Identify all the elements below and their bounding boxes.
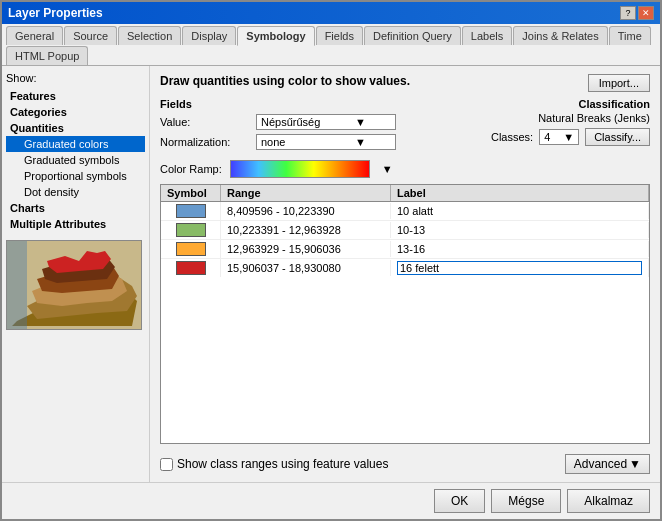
show-class-ranges-checkbox[interactable] [160, 458, 173, 471]
layer-properties-window: Layer Properties ? ✕ GeneralSourceSelect… [0, 0, 662, 521]
td-label[interactable]: 10 alatt [391, 203, 649, 219]
color-swatch [176, 261, 206, 275]
close-button[interactable]: ✕ [638, 6, 654, 20]
th-symbol: Symbol [161, 185, 221, 201]
table-row: 10,223391 - 12,96392810-13 [161, 221, 649, 240]
description-text: Draw quantities using color to show valu… [160, 74, 410, 88]
table-row: 15,906037 - 18,930080 [161, 259, 649, 277]
symbol-table: Symbol Range Label 8,409596 - 10,2233901… [160, 184, 650, 444]
fields-group: Fields Value: Népsűrűség ▼ Normalization… [160, 98, 471, 154]
classify-button[interactable]: Classify... [585, 128, 650, 146]
cancel-button[interactable]: Mégse [491, 489, 561, 513]
color-ramp-arrow-icon[interactable]: ▼ [382, 163, 393, 175]
bottom-row: Show class ranges using feature values A… [160, 454, 650, 474]
td-symbol[interactable] [161, 240, 221, 258]
import-button[interactable]: Import... [588, 74, 650, 92]
left-item-features[interactable]: Features [6, 88, 145, 104]
label-input[interactable] [397, 261, 642, 275]
left-item-charts[interactable]: Charts [6, 200, 145, 216]
value-label: Value: [160, 116, 250, 128]
left-panel: Show: FeaturesCategoriesQuantitiesGradua… [2, 66, 150, 482]
table-header: Symbol Range Label [161, 185, 649, 202]
classification-group: Classification Natural Breaks (Jenks) Cl… [491, 98, 650, 154]
footer: OK Mégse Alkalmaz [2, 482, 660, 519]
classes-row: Classes: 4 ▼ Classify... [491, 128, 650, 146]
td-symbol[interactable] [161, 221, 221, 239]
color-swatch [176, 223, 206, 237]
normalization-arrow-icon: ▼ [355, 136, 445, 148]
left-item-categories[interactable]: Categories [6, 104, 145, 120]
classes-label: Classes: [491, 131, 533, 143]
left-item-proportional-symbols[interactable]: Proportional symbols [6, 168, 145, 184]
td-symbol[interactable] [161, 202, 221, 220]
tab-fields[interactable]: Fields [316, 26, 363, 45]
fields-label: Fields [160, 98, 471, 110]
fields-section: Fields Value: Népsűrűség ▼ Normalization… [160, 98, 650, 154]
th-label: Label [391, 185, 649, 201]
color-swatch [176, 204, 206, 218]
tab-symbology[interactable]: Symbology [237, 26, 314, 46]
value-row: Value: Népsűrűség ▼ [160, 114, 471, 130]
classes-select[interactable]: 4 ▼ [539, 129, 579, 145]
apply-button[interactable]: Alkalmaz [567, 489, 650, 513]
titlebar-buttons: ? ✕ [620, 6, 654, 20]
window-title: Layer Properties [8, 6, 103, 20]
left-item-multiple-attributes[interactable]: Multiple Attributes [6, 216, 145, 232]
left-item-dot-density[interactable]: Dot density [6, 184, 145, 200]
tab-selection[interactable]: Selection [118, 26, 181, 45]
td-range: 12,963929 - 15,906036 [221, 241, 391, 257]
color-ramp-label: Color Ramp: [160, 163, 222, 175]
tab-general[interactable]: General [6, 26, 63, 45]
left-items: FeaturesCategoriesQuantitiesGraduated co… [6, 88, 145, 232]
tab-source[interactable]: Source [64, 26, 117, 45]
value-select[interactable]: Népsűrűség ▼ [256, 114, 396, 130]
tabs-row: GeneralSourceSelectionDisplaySymbologyFi… [2, 24, 660, 66]
checkbox-row: Show class ranges using feature values [160, 457, 388, 471]
td-label[interactable]: 10-13 [391, 222, 649, 238]
normalization-row: Normalization: none ▼ [160, 134, 471, 150]
normalization-select[interactable]: none ▼ [256, 134, 396, 150]
titlebar: Layer Properties ? ✕ [2, 2, 660, 24]
left-item-graduated-colors[interactable]: Graduated colors [6, 136, 145, 152]
color-ramp[interactable] [230, 160, 370, 178]
show-label: Show: [6, 72, 145, 84]
right-panel: Draw quantities using color to show valu… [150, 66, 660, 482]
tab-display[interactable]: Display [182, 26, 236, 45]
color-swatch [176, 242, 206, 256]
ok-button[interactable]: OK [434, 489, 485, 513]
td-label[interactable]: 13-16 [391, 241, 649, 257]
table-body: 8,409596 - 10,22339010 alatt10,223391 - … [161, 202, 649, 443]
top-import-row: Draw quantities using color to show valu… [160, 74, 650, 92]
classes-arrow-icon: ▼ [563, 131, 574, 143]
advanced-arrow-icon: ▼ [629, 457, 641, 471]
table-row: 8,409596 - 10,22339010 alatt [161, 202, 649, 221]
td-label[interactable] [391, 259, 649, 277]
help-button[interactable]: ? [620, 6, 636, 20]
normalization-label: Normalization: [160, 136, 250, 148]
tab-time[interactable]: Time [609, 26, 651, 45]
classification-method: Natural Breaks (Jenks) [491, 112, 650, 124]
map-preview [6, 240, 142, 330]
th-range: Range [221, 185, 391, 201]
td-range: 15,906037 - 18,930080 [221, 260, 391, 276]
svg-rect-7 [7, 241, 27, 330]
show-class-ranges-label: Show class ranges using feature values [177, 457, 388, 471]
table-row: 12,963929 - 15,90603613-16 [161, 240, 649, 259]
left-item-graduated-symbols[interactable]: Graduated symbols [6, 152, 145, 168]
td-range: 10,223391 - 12,963928 [221, 222, 391, 238]
tab-html-popup[interactable]: HTML Popup [6, 46, 88, 65]
color-ramp-row: Color Ramp: ▼ [160, 160, 650, 178]
classification-label: Classification [491, 98, 650, 110]
td-range: 8,409596 - 10,223390 [221, 203, 391, 219]
main-content: Show: FeaturesCategoriesQuantitiesGradua… [2, 66, 660, 482]
tab-labels[interactable]: Labels [462, 26, 512, 45]
td-symbol[interactable] [161, 259, 221, 277]
tab-definition-query[interactable]: Definition Query [364, 26, 461, 45]
left-item-quantities[interactable]: Quantities [6, 120, 145, 136]
advanced-button[interactable]: Advanced ▼ [565, 454, 650, 474]
value-arrow-icon: ▼ [355, 116, 445, 128]
tab-joins-&-relates[interactable]: Joins & Relates [513, 26, 607, 45]
